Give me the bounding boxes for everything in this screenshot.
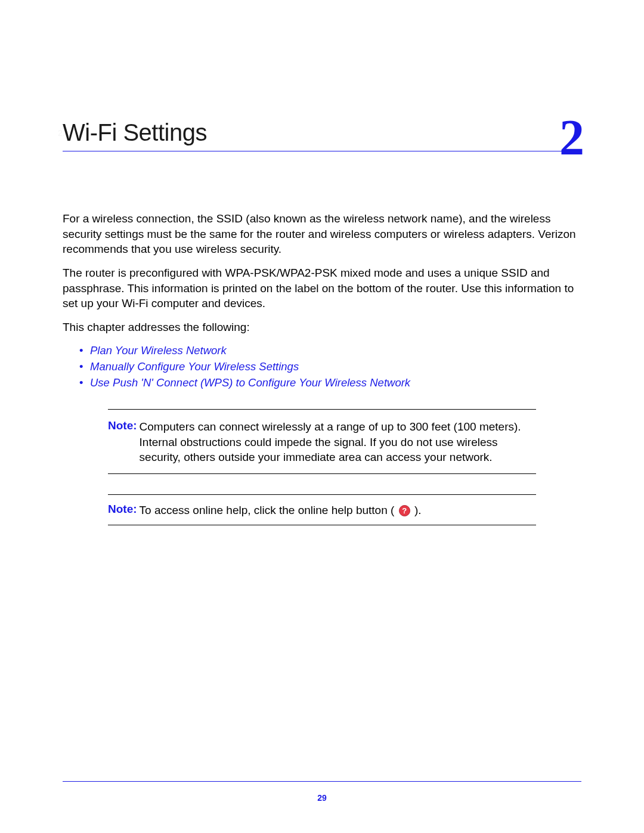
chapter-header: Wi-Fi Settings [63, 119, 581, 151]
topic-link-item[interactable]: Plan Your Wireless Network [79, 343, 581, 359]
chapter-title: Wi-Fi Settings [63, 119, 207, 146]
document-page: 2. Wi-Fi Settings 2 For a wireless conne… [0, 0, 644, 833]
topic-link-item[interactable]: Manually Configure Your Wireless Setting… [79, 359, 581, 375]
topic-link-item[interactable]: Use Push 'N' Connect (WPS) to Configure … [79, 375, 581, 391]
note-label: Note: [108, 503, 137, 518]
link-text: Manually Configure Your Wireless Setting… [90, 360, 299, 373]
page-number: 29 [317, 793, 327, 803]
note-text: Computers can connect wirelessly at a ra… [140, 419, 536, 465]
link-text: Use Push 'N' Connect (WPS) to Configure … [90, 376, 410, 389]
note-row: Note: To access online help, click the o… [108, 503, 536, 518]
note-text-post: ). [414, 504, 422, 516]
intro-paragraph-1: For a wireless connection, the SSID (als… [63, 211, 581, 257]
note-label: Note: [108, 419, 137, 465]
intro-paragraph-2: The router is preconfigured with WPA-PSK… [63, 265, 581, 311]
intro-paragraph-3: This chapter addresses the following: [63, 320, 581, 335]
note-text: To access online help, click the online … [140, 503, 536, 518]
help-icon [399, 505, 410, 516]
note-row: Note: Computers can connect wirelessly a… [108, 419, 536, 465]
note-text-pre: To access online help, click the online … [140, 504, 395, 516]
chapter-number: 2 [559, 113, 584, 163]
page-footer: 29 [63, 781, 581, 803]
link-text: Plan Your Wireless Network [90, 344, 227, 357]
faint-section-mark: 2. [58, 128, 65, 138]
note-box-2: Note: To access online help, click the o… [108, 494, 536, 526]
note-box-1: Note: Computers can connect wirelessly a… [108, 409, 536, 474]
topic-link-list: Plan Your Wireless Network Manually Conf… [79, 343, 581, 391]
